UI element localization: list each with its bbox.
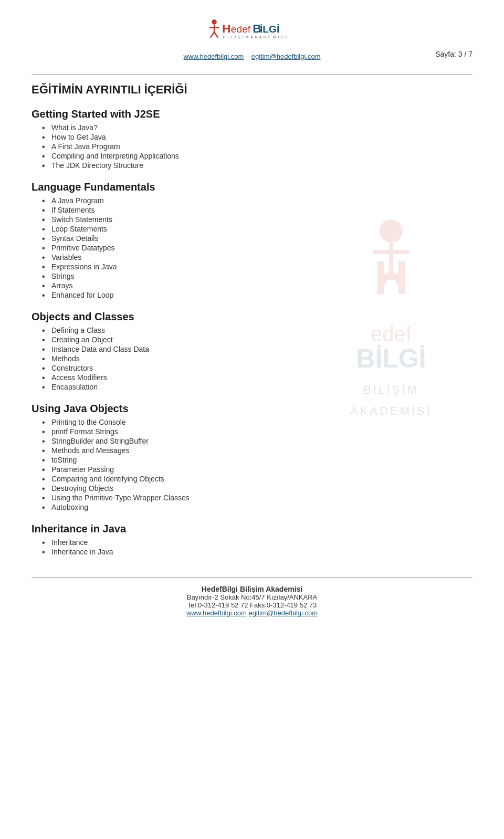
- list-item: How to Get Java: [42, 133, 472, 141]
- list-item: Destroying Objects: [42, 484, 472, 492]
- list-item: printf Format Strings: [42, 427, 472, 436]
- list-item: Creating an Object: [42, 335, 472, 344]
- list-item: Switch Statements: [42, 215, 472, 224]
- footer-email-link[interactable]: egitim@hedefbilgi.com: [248, 609, 318, 617]
- header: H edef B İLGİ B İ L İ Ş İ M A K A D E M …: [32, 0, 472, 70]
- list-item: Comparing and Identifying Objects: [42, 475, 472, 483]
- list-item: Enhanced for Loop: [42, 291, 472, 299]
- list-item: Arrays: [42, 281, 472, 290]
- page-title: EĞİTİMİN AYRINTILI İÇERİĞİ: [32, 83, 472, 97]
- list-item: Encapsulation: [42, 383, 472, 391]
- svg-text:edef: edef: [231, 24, 251, 35]
- list-item: Inheritance: [42, 538, 472, 547]
- list-item: Autoboxing: [42, 503, 472, 511]
- section-list-5: Inheritance Inheritance in Java: [32, 538, 472, 556]
- list-item: StringBuilder and StringBuffer: [42, 437, 472, 445]
- list-item: Syntax Details: [42, 234, 472, 243]
- website-link[interactable]: www.hedefbilgi.com: [183, 53, 244, 60]
- page: H edef BİLGİ BİLİŞİM AKADEMİSİ H: [0, 0, 504, 839]
- header-links: www.hedefbilgi.com – egitim@hedefbilgi.c…: [32, 53, 472, 60]
- list-item: Expressions in Java: [42, 263, 472, 271]
- section-title-5: Inheritance in Java: [32, 523, 472, 535]
- list-item: A First Java Program: [42, 142, 472, 151]
- svg-text:B İ L İ Ş İ M  A K A D E M İ S: B İ L İ Ş İ M A K A D E M İ S İ: [223, 35, 287, 39]
- email-link[interactable]: egitim@hedefbilgi.com: [251, 53, 321, 60]
- list-item: Loop Statements: [42, 225, 472, 233]
- list-item: The JDK Directory Structure: [42, 161, 472, 170]
- footer-web-email: www.hedefbilgi.com egitim@hedefbilgi.com: [32, 609, 472, 617]
- svg-line-13: [211, 32, 214, 38]
- svg-text:H: H: [222, 22, 230, 35]
- header-divider: [32, 74, 472, 75]
- footer-company: HedefBilgi Bilişim Akademisi: [32, 585, 472, 593]
- page-number: Sayfa: 3 / 7: [435, 50, 472, 58]
- svg-line-14: [214, 32, 218, 38]
- section-title-1: Getting Started with J2SE: [32, 108, 472, 120]
- section-list-3: Defining a Class Creating an Object Inst…: [32, 326, 472, 391]
- footer-website-link[interactable]: www.hedefbilgi.com: [186, 609, 247, 617]
- list-item: Inheritance in Java: [42, 548, 472, 556]
- footer: HedefBilgi Bilişim Akademisi Bayındır-2 …: [32, 577, 472, 617]
- section-title-4: Using Java Objects: [32, 403, 472, 415]
- list-item: Instance Data and Class Data: [42, 345, 472, 353]
- list-item: Methods: [42, 354, 472, 363]
- section-title-3: Objects and Classes: [32, 311, 472, 323]
- section-list-2: A Java Program If Statements Switch Stat…: [32, 196, 472, 299]
- logo-container: H edef B İLGİ B İ L İ Ş İ M A K A D E M …: [32, 11, 472, 47]
- svg-text:İLGİ: İLGİ: [260, 24, 279, 35]
- list-item: Constructors: [42, 364, 472, 372]
- list-item: What is Java?: [42, 123, 472, 132]
- footer-phone: Tel:0-312-419 52 72 Faks:0-312-419 52 73: [32, 601, 472, 609]
- list-item: Access Modifiers: [42, 373, 472, 382]
- svg-point-10: [212, 19, 217, 25]
- list-item: Methods and Messages: [42, 446, 472, 455]
- section-title-2: Language Fundamentals: [32, 181, 472, 193]
- list-item: toString: [42, 456, 472, 464]
- list-item: Strings: [42, 272, 472, 280]
- logo: H edef B İLGİ B İ L İ Ş İ M A K A D E M …: [205, 11, 299, 47]
- list-item: If Statements: [42, 206, 472, 214]
- list-item: Defining a Class: [42, 326, 472, 334]
- list-item: Compiling and Interpreting Applications: [42, 152, 472, 160]
- list-item: Variables: [42, 253, 472, 261]
- separator: –: [244, 53, 251, 60]
- list-item: Printing to the Console: [42, 418, 472, 426]
- list-item: Parameter Passing: [42, 465, 472, 474]
- main-content: EĞİTİMİN AYRINTILI İÇERİĞİ Getting Start…: [32, 83, 472, 556]
- footer-address: Bayındır-2 Sokak No:45/7 Kızılay/ANKARA: [32, 593, 472, 601]
- list-item: Using the Primitive-Type Wrapper Classes: [42, 494, 472, 502]
- section-list-1: What is Java? How to Get Java A First Ja…: [32, 123, 472, 170]
- list-item: Primitive Datatypes: [42, 244, 472, 252]
- list-item: A Java Program: [42, 196, 472, 205]
- section-list-4: Printing to the Console printf Format St…: [32, 418, 472, 511]
